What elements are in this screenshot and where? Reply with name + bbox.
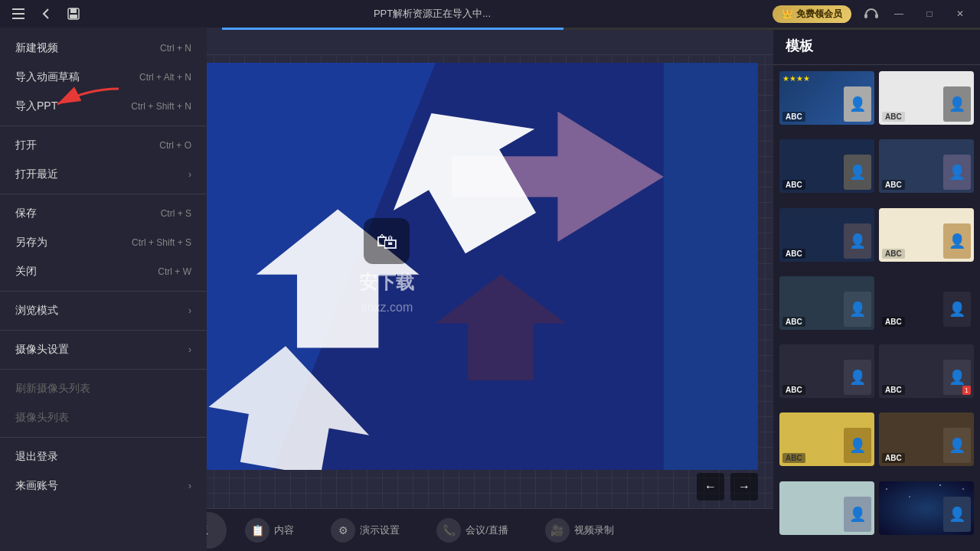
right-panel: 模板 ★★★★ 👤 ABC 👤 ABC 👤 bbox=[773, 28, 980, 551]
svg-rect-5 bbox=[70, 15, 77, 18]
menu-item-new-video[interactable]: 新建视频 Ctrl + N bbox=[0, 34, 207, 63]
template-item-10[interactable]: 👤 ABC 1 bbox=[879, 344, 974, 398]
svg-rect-6 bbox=[864, 14, 867, 18]
template-item-4[interactable]: 👤 ABC bbox=[879, 139, 974, 193]
menu-item-camera-settings[interactable]: 摄像头设置 › bbox=[0, 335, 207, 364]
menu-divider-3 bbox=[0, 291, 207, 292]
watermark-text: 安下载 bbox=[359, 270, 414, 295]
menu-item-open-recent[interactable]: 打开最近 › bbox=[0, 160, 207, 189]
watermark-url: anxz.com bbox=[361, 301, 413, 315]
template-item-6[interactable]: 👤 ABC bbox=[879, 208, 974, 262]
menu-item-refresh-cameras: 刷新摄像头列表 bbox=[0, 374, 207, 403]
dropdown-menu: 新建视频 Ctrl + N 导入动画草稿 Ctrl + Alt + N 导入PP… bbox=[0, 28, 207, 551]
template-item-9[interactable]: 👤 ABC bbox=[779, 344, 874, 398]
template-item-14[interactable]: 👤 bbox=[879, 481, 974, 535]
template-item-13[interactable]: 👤 bbox=[779, 481, 874, 535]
close-button[interactable]: ✕ bbox=[946, 0, 974, 28]
template-grid: ★★★★ 👤 ABC 👤 ABC 👤 ABC bbox=[773, 65, 980, 551]
save-icon-button[interactable] bbox=[63, 3, 84, 24]
vip-button[interactable]: 👑 免费领会员 bbox=[773, 5, 851, 23]
minimize-button[interactable]: — bbox=[885, 0, 913, 28]
maximize-button[interactable]: □ bbox=[916, 0, 943, 28]
titlebar: PPT解析资源正在导入中... 👑 免费领会员 — □ ✕ bbox=[0, 0, 980, 28]
menu-item-logout[interactable]: 退出登录 bbox=[0, 442, 207, 471]
tab-recording[interactable]: 🎥 视频录制 bbox=[527, 512, 632, 549]
menu-item-close[interactable]: 关闭 Ctrl + W bbox=[0, 257, 207, 286]
prev-arrow-button[interactable]: ← bbox=[697, 473, 724, 500]
svg-rect-0 bbox=[12, 8, 24, 10]
watermark-icon: 🛍 bbox=[364, 218, 410, 264]
template-item-7[interactable]: 👤 ABC bbox=[779, 276, 874, 330]
back-button[interactable] bbox=[35, 3, 57, 24]
progress-fill bbox=[222, 28, 564, 30]
tab-recording-icon: 🎥 bbox=[545, 518, 570, 543]
template-item-2[interactable]: 👤 ABC bbox=[879, 71, 974, 125]
template-item-5[interactable]: 👤 ABC bbox=[779, 208, 874, 262]
tab-content-icon: 📋 bbox=[245, 518, 270, 543]
tab-content[interactable]: 📋 内容 bbox=[227, 512, 312, 549]
progress-bar bbox=[222, 28, 980, 30]
template-item-3[interactable]: 👤 ABC bbox=[779, 139, 874, 193]
menu-item-import-ppt[interactable]: 导入PPT Ctrl + Shift + N bbox=[0, 92, 207, 121]
menu-divider-5 bbox=[0, 369, 207, 370]
menu-item-switch-account[interactable]: 来画账号 › bbox=[0, 471, 207, 500]
watermark: 🛍 安下载 anxz.com bbox=[359, 218, 414, 315]
menu-item-save-as[interactable]: 另存为 Ctrl + Shift + S bbox=[0, 228, 207, 257]
tab-meeting-icon: 📞 bbox=[436, 518, 461, 543]
nav-arrows: ← → bbox=[697, 473, 758, 500]
menu-item-camera-list: 摄像头列表 bbox=[0, 403, 207, 432]
titlebar-title: PPT解析资源正在导入中... bbox=[92, 7, 773, 21]
titlebar-right: 👑 免费领会员 — □ ✕ bbox=[773, 0, 980, 28]
tab-presentation-icon: ⚙ bbox=[331, 518, 355, 543]
svg-rect-4 bbox=[70, 8, 77, 13]
next-arrow-button[interactable]: → bbox=[730, 473, 758, 500]
menu-divider-4 bbox=[0, 330, 207, 331]
menu-divider-1 bbox=[0, 126, 207, 126]
menu-divider-2 bbox=[0, 194, 207, 194]
tab-presentation[interactable]: ⚙ 演示设置 bbox=[312, 512, 418, 549]
menu-item-import-animation[interactable]: 导入动画草稿 Ctrl + Alt + N bbox=[0, 63, 207, 92]
menu-item-open[interactable]: 打开 Ctrl + O bbox=[0, 131, 207, 160]
svg-rect-2 bbox=[12, 18, 24, 19]
panel-title: 模板 bbox=[773, 28, 980, 65]
template-item-12[interactable]: 👤 ABC bbox=[879, 412, 974, 466]
svg-rect-1 bbox=[12, 13, 24, 15]
tab-meeting[interactable]: 📞 会议/直播 bbox=[418, 512, 527, 549]
template-item-8[interactable]: 👤 ABC bbox=[879, 276, 974, 330]
svg-rect-7 bbox=[875, 14, 878, 18]
menu-item-save[interactable]: 保存 Ctrl + S bbox=[0, 199, 207, 228]
main-layout: 新建视频 Ctrl + N 导入动画草稿 Ctrl + Alt + N 导入PP… bbox=[0, 28, 980, 551]
menu-button[interactable] bbox=[8, 3, 29, 24]
titlebar-left bbox=[0, 3, 92, 24]
template-item-11[interactable]: 👤 ABC bbox=[779, 412, 874, 466]
menu-divider-6 bbox=[0, 437, 207, 438]
headphone-button[interactable] bbox=[861, 3, 882, 24]
template-item-1[interactable]: ★★★★ 👤 ABC bbox=[779, 71, 874, 125]
menu-item-browse-mode[interactable]: 浏览模式 › bbox=[0, 296, 207, 325]
